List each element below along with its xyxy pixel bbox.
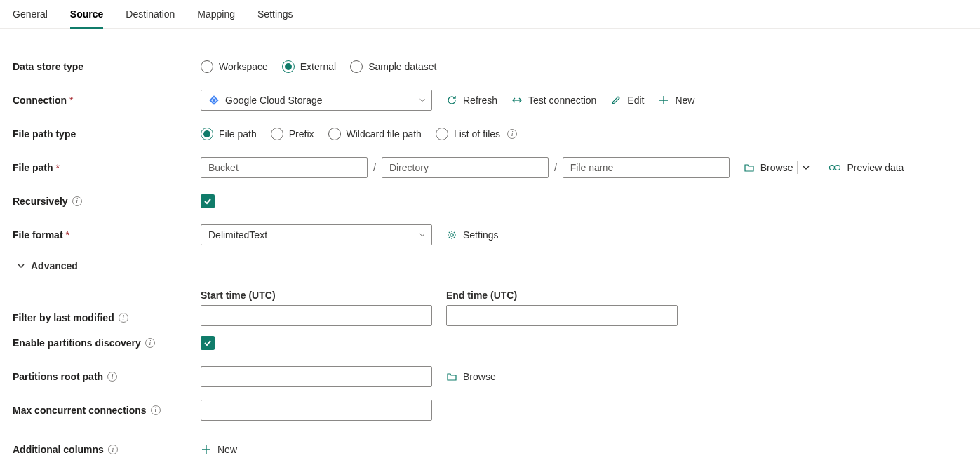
partitions-discovery-checkbox[interactable] bbox=[201, 336, 215, 350]
advanced-toggle[interactable]: Advanced bbox=[13, 252, 78, 276]
test-connection-button[interactable]: Test connection bbox=[511, 95, 596, 106]
action-label: Refresh bbox=[463, 95, 497, 106]
advanced-label: Advanced bbox=[31, 260, 78, 271]
end-time-input[interactable] bbox=[446, 305, 678, 326]
radio-label: Prefix bbox=[289, 128, 314, 140]
radio-wildcard[interactable]: Wildcard file path bbox=[328, 128, 422, 140]
required-marker: * bbox=[66, 229, 69, 241]
radio-external[interactable]: External bbox=[282, 60, 336, 73]
tab-destination[interactable]: Destination bbox=[126, 1, 175, 29]
action-label: Preview data bbox=[847, 162, 904, 173]
partitions-root-path-input[interactable] bbox=[201, 366, 432, 387]
tab-bar: General Source Destination Mapping Setti… bbox=[0, 0, 980, 29]
label-text: Max concurrent connections bbox=[13, 405, 147, 416]
label-file-path: File path * bbox=[13, 162, 201, 173]
source-form: Data store type Workspace External Sampl… bbox=[0, 29, 980, 468]
radio-file-path[interactable]: File path bbox=[201, 128, 257, 140]
connection-value: Google Cloud Storage bbox=[225, 95, 323, 106]
action-label: New bbox=[217, 444, 237, 455]
chevron-down-icon bbox=[419, 97, 426, 104]
label-partitions-root-path: Partitions root path i bbox=[13, 371, 201, 382]
path-separator: / bbox=[372, 162, 377, 173]
radio-label: File path bbox=[219, 128, 257, 140]
label-max-concurrent-connections: Max concurrent connections i bbox=[13, 405, 201, 416]
file-format-value: DelimitedText bbox=[208, 229, 267, 241]
info-icon[interactable]: i bbox=[107, 372, 117, 382]
max-concurrent-connections-input[interactable] bbox=[201, 400, 432, 421]
info-icon[interactable]: i bbox=[145, 338, 155, 348]
bucket-input[interactable] bbox=[201, 157, 368, 178]
new-connection-button[interactable]: New bbox=[658, 95, 694, 106]
label-text: Filter by last modified bbox=[13, 312, 114, 323]
action-label: New bbox=[675, 95, 694, 106]
format-settings-button[interactable]: Settings bbox=[446, 229, 499, 241]
radio-prefix[interactable]: Prefix bbox=[271, 128, 314, 140]
gear-icon bbox=[446, 229, 457, 241]
label-file-path-type: File path type bbox=[13, 128, 201, 140]
edit-button[interactable]: Edit bbox=[610, 95, 644, 106]
radio-label: External bbox=[300, 61, 336, 72]
radio-circle-icon bbox=[271, 128, 283, 140]
info-icon[interactable]: i bbox=[119, 313, 128, 323]
recursively-checkbox[interactable] bbox=[201, 194, 215, 208]
file-format-dropdown[interactable]: DelimitedText bbox=[201, 224, 432, 245]
tab-settings[interactable]: Settings bbox=[257, 1, 293, 29]
radio-label: Workspace bbox=[219, 61, 268, 72]
label-additional-columns: Additional columns i bbox=[13, 444, 201, 455]
chevron-down-icon bbox=[419, 231, 426, 238]
tab-source[interactable]: Source bbox=[70, 1, 103, 29]
label-text: File format bbox=[13, 229, 63, 241]
start-time-input[interactable] bbox=[201, 305, 432, 326]
plus-icon bbox=[658, 95, 669, 106]
new-column-button[interactable]: New bbox=[201, 444, 237, 455]
connection-dropdown[interactable]: Google Cloud Storage bbox=[201, 90, 432, 111]
radio-label: Sample dataset bbox=[368, 61, 436, 72]
label-text: Enable partitions discovery bbox=[13, 337, 141, 349]
action-label: Browse bbox=[760, 162, 793, 173]
radio-workspace[interactable]: Workspace bbox=[201, 60, 268, 73]
action-label: Browse bbox=[463, 371, 496, 382]
chevron-down-icon bbox=[17, 262, 25, 270]
browse-more-button[interactable] bbox=[802, 163, 810, 172]
radio-circle-icon bbox=[201, 60, 213, 73]
folder-icon bbox=[744, 162, 755, 173]
info-icon[interactable]: i bbox=[72, 196, 82, 206]
required-marker: * bbox=[56, 162, 60, 173]
label-file-format: File format * bbox=[13, 229, 201, 241]
tab-general[interactable]: General bbox=[13, 1, 48, 29]
label-connection: Connection * bbox=[13, 95, 201, 106]
test-connection-icon bbox=[511, 95, 523, 106]
tab-mapping[interactable]: Mapping bbox=[197, 1, 235, 29]
svg-point-5 bbox=[450, 234, 453, 236]
radio-circle-icon bbox=[350, 60, 363, 73]
info-icon[interactable]: i bbox=[151, 405, 161, 415]
directory-input[interactable] bbox=[382, 157, 549, 178]
info-icon[interactable]: i bbox=[108, 445, 118, 454]
browse-button[interactable]: Browse bbox=[744, 162, 793, 173]
radio-circle-icon bbox=[328, 128, 341, 140]
label-end-time: End time (UTC) bbox=[446, 290, 678, 305]
radio-list-of-files[interactable]: List of files i bbox=[436, 128, 517, 140]
radio-sample-dataset[interactable]: Sample dataset bbox=[350, 60, 436, 73]
radio-label: Wildcard file path bbox=[347, 128, 422, 140]
label-text: Connection bbox=[13, 95, 67, 106]
file-name-input[interactable] bbox=[563, 157, 730, 178]
partitions-browse-button[interactable]: Browse bbox=[446, 371, 496, 382]
label-filter-by-last-modified: Filter by last modified i bbox=[13, 312, 201, 326]
required-marker: * bbox=[69, 95, 73, 106]
refresh-button[interactable]: Refresh bbox=[446, 95, 497, 106]
label-recursively: Recursively i bbox=[13, 196, 201, 207]
info-icon[interactable]: i bbox=[507, 129, 517, 139]
plus-icon bbox=[201, 444, 212, 455]
action-label: Edit bbox=[627, 95, 644, 106]
label-text: Recursively bbox=[13, 196, 68, 207]
label-start-time: Start time (UTC) bbox=[201, 290, 432, 305]
label-text: Partitions root path bbox=[13, 371, 103, 382]
gcs-icon bbox=[208, 95, 220, 106]
preview-icon bbox=[828, 162, 841, 173]
preview-data-button[interactable]: Preview data bbox=[828, 162, 904, 173]
edit-icon bbox=[610, 95, 622, 106]
divider bbox=[797, 161, 798, 174]
checkmark-icon bbox=[203, 338, 213, 348]
action-label: Test connection bbox=[528, 95, 596, 106]
